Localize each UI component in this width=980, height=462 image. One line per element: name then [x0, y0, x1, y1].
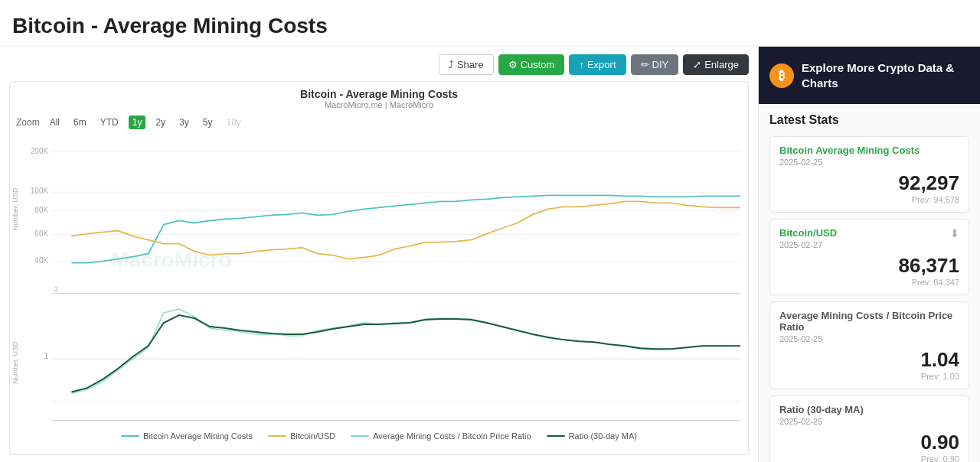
download-icon[interactable]: ⬇: [950, 227, 959, 239]
chart-subtitle: MacroMicro.me | MacroMicro: [10, 100, 748, 109]
share-label: Share: [457, 59, 484, 70]
stat-name-1[interactable]: Bitcoin Average Mining Costs: [779, 145, 920, 156]
latest-stats-title: Latest Stats: [769, 113, 969, 127]
svg-text:40K: 40K: [34, 256, 48, 265]
zoom-6m[interactable]: 6m: [70, 116, 90, 129]
chart-legend: Bitcoin Average Mining Costs Bitcoin/USD…: [10, 427, 748, 445]
zoom-10y[interactable]: 10y: [222, 116, 244, 129]
stat-date-1: 2025-02-25: [779, 158, 920, 167]
enlarge-button[interactable]: ⤢ Enlarge: [683, 54, 749, 75]
legend-label-mining-costs: Bitcoin Average Mining Costs: [143, 431, 253, 441]
svg-text:80K: 80K: [34, 206, 48, 214]
legend-item-mining-costs: Bitcoin Average Mining Costs: [121, 431, 253, 441]
svg-text:MacroMicro: MacroMicro: [111, 248, 232, 272]
stat-name-2[interactable]: Bitcoin/USD: [779, 227, 837, 239]
stat-value-2: 86,371: [779, 254, 959, 278]
stat-prev-2: Prev: 84,347: [779, 278, 959, 287]
legend-color-btcusd: [268, 435, 286, 437]
banner-text: Explore More Crypto Data & Charts: [802, 60, 969, 90]
stat-date-2: 2025-02-27: [779, 240, 837, 249]
chart-svg: 200K 100K 80K 60K 40K Number, USD 2 1 Nu…: [10, 132, 748, 425]
zoom-1y[interactable]: 1y: [129, 116, 146, 129]
enlarge-label: Enlarge: [704, 59, 739, 70]
zoom-5y[interactable]: 5y: [199, 116, 217, 129]
stat-date-3: 2025-02-25: [779, 334, 959, 343]
bitcoin-symbol: ₿: [779, 69, 785, 83]
stat-date-4: 2025-02-25: [779, 417, 864, 426]
svg-text:200K: 200K: [31, 147, 49, 155]
stat-value-1: 92,297: [779, 171, 959, 195]
stat-value-3: 1.04: [779, 348, 959, 372]
stat-card-ratio: Average Mining Costs / Bitcoin Price Rat…: [769, 301, 969, 389]
legend-item-ratio: Average Mining Costs / Bitcoin Price Rat…: [351, 431, 531, 441]
sidebar-banner[interactable]: ₿ Explore More Crypto Data & Charts: [759, 47, 980, 104]
gear-icon: ⚙: [508, 59, 518, 70]
chart-area: ⤴ Share ⚙ Custom ↑ Export ✏ DIY ⤢ Enlarg…: [0, 47, 758, 462]
legend-item-ma: Ratio (30-day MA): [547, 431, 637, 441]
zoom-all[interactable]: All: [46, 116, 64, 129]
legend-color-ratio: [351, 435, 369, 437]
chart-title: Bitcoin - Average Mining Costs: [10, 88, 748, 100]
stat-card-header-1: Bitcoin Average Mining Costs 2025-02-25: [779, 145, 959, 171]
stat-prev-4: Prev: 0.90: [779, 454, 959, 462]
sidebar: ₿ Explore More Crypto Data & Charts Late…: [758, 47, 980, 462]
export-icon: ↑: [579, 59, 584, 70]
legend-item-btcusd: Bitcoin/USD: [268, 431, 335, 441]
stat-card-header-2: Bitcoin/USD 2025-02-27 ⬇: [779, 227, 959, 254]
diy-button[interactable]: ✏ DIY: [631, 54, 679, 75]
page-title: Bitcoin - Average Mining Costs: [0, 0, 980, 47]
custom-label: Custom: [521, 59, 555, 70]
diy-label: DIY: [652, 59, 669, 70]
legend-label-ratio: Average Mining Costs / Bitcoin Price Rat…: [373, 431, 531, 441]
main-layout: ⤴ Share ⚙ Custom ↑ Export ✏ DIY ⤢ Enlarg…: [0, 47, 980, 462]
pencil-icon: ✏: [641, 59, 649, 70]
zoom-ytd[interactable]: YTD: [96, 116, 122, 129]
legend-color-ma: [547, 435, 565, 437]
stat-card-btcusd: Bitcoin/USD 2025-02-27 ⬇ 86,371 Prev: 84…: [769, 219, 969, 295]
stat-card-mining-costs: Bitcoin Average Mining Costs 2025-02-25 …: [769, 136, 969, 213]
zoom-3y[interactable]: 3y: [175, 116, 193, 129]
zoom-label: Zoom: [16, 117, 40, 128]
svg-text:60K: 60K: [34, 229, 48, 238]
share-button[interactable]: ⤴ Share: [439, 54, 494, 75]
svg-text:Number, USD: Number, USD: [11, 187, 19, 230]
bitcoin-logo: ₿: [769, 63, 794, 88]
export-button[interactable]: ↑ Export: [569, 54, 626, 75]
chart-container: Bitcoin - Average Mining Costs MacroMicr…: [9, 81, 749, 455]
stat-name-4[interactable]: Ratio (30-day MA): [779, 404, 864, 415]
latest-stats-section: Latest Stats Bitcoin Average Mining Cost…: [759, 104, 980, 462]
stat-card-header-3: Average Mining Costs / Bitcoin Price Rat…: [779, 310, 959, 348]
custom-button[interactable]: ⚙ Custom: [498, 54, 565, 75]
stat-value-4: 0.90: [779, 431, 959, 454]
stat-card-ma: Ratio (30-day MA) 2025-02-25 0.90 Prev: …: [769, 395, 969, 462]
svg-text:2: 2: [54, 285, 58, 293]
export-label: Export: [587, 59, 616, 70]
share-icon: ⤴: [449, 59, 454, 70]
svg-text:100K: 100K: [31, 187, 49, 195]
toolbar: ⤴ Share ⚙ Custom ↑ Export ✏ DIY ⤢ Enlarg…: [9, 54, 749, 75]
stat-card-header-4: Ratio (30-day MA) 2025-02-25: [779, 404, 959, 431]
zoom-2y[interactable]: 2y: [152, 116, 169, 129]
svg-text:1: 1: [44, 352, 49, 360]
legend-label-btcusd: Bitcoin/USD: [290, 431, 335, 441]
stat-prev-1: Prev: 94,578: [779, 195, 959, 204]
legend-color-mining-costs: [121, 435, 139, 437]
stat-prev-3: Prev: 1.03: [779, 372, 959, 381]
zoom-controls: Zoom All 6m YTD 1y 2y 3y 5y 10y: [10, 112, 748, 132]
stat-name-3[interactable]: Average Mining Costs / Bitcoin Price Rat…: [779, 310, 959, 333]
svg-text:Number, USD: Number, USD: [11, 341, 19, 384]
legend-label-ma: Ratio (30-day MA): [569, 431, 637, 441]
enlarge-icon: ⤢: [693, 59, 701, 70]
